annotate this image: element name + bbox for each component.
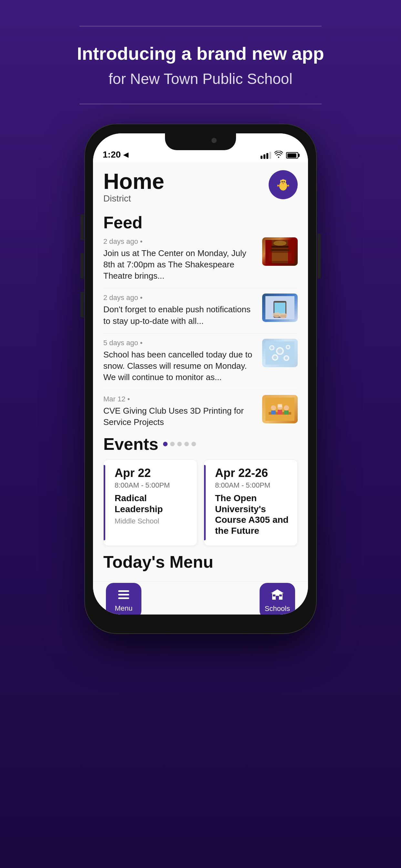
app-title: Home [103,170,164,192]
svg-rect-12 [271,246,289,248]
app-header: Home District [103,162,298,210]
phone-mockup: 1:20 ◀ [84,124,317,634]
menu-nav-button[interactable]: Menu [106,583,142,615]
schools-nav-button[interactable]: Schools [259,583,295,615]
event-name-1: Radical Leadership [115,493,190,515]
location-icon: ◀ [123,151,128,159]
svg-rect-9 [266,240,272,263]
nav-item-menu: Menu [106,583,142,615]
feed-section: Feed 2 days ago • Join us at The Center … [103,213,298,428]
bottom-divider [80,104,321,104]
school-logo[interactable] [269,170,298,199]
events-cards: Apr 22 8:00AM - 5:00PM Radical Leadershi… [103,460,298,546]
menu-nav-icon [118,589,129,602]
event-name-2: The Open University's Course A305 and th… [215,493,291,536]
hamburger-icon [118,590,129,599]
feed-text-4: Mar 12 • CVE Giving Club Uses 3D Printin… [103,395,257,428]
dot-3 [177,442,182,446]
feed-meta-2: 2 days ago • [103,293,257,302]
feed-divider-2 [103,333,298,334]
svg-point-32 [271,405,276,410]
menu-section: Today's Menu [103,552,298,581]
signal-bar-4 [269,152,271,159]
feed-divider-1 [103,288,298,288]
dot-1 [163,442,167,446]
camera-dot [212,138,217,143]
svg-point-27 [287,346,289,348]
signal-bars [260,152,271,159]
theater-img [266,240,295,263]
snow-img [266,341,295,365]
dot-2 [170,442,175,446]
feed-item-3[interactable]: 5 days ago • School has been cancelled t… [103,339,298,383]
schools-nav-icon [271,589,284,602]
school-building-icon [271,589,284,600]
svg-rect-8 [269,253,291,261]
mascot-icon [274,175,293,194]
feed-body-2: Don't forget to enable push notification… [103,304,257,327]
feed-title: Feed [103,213,298,232]
time-display: 1:20 [103,150,121,160]
app-subtitle: District [103,193,164,204]
svg-point-18 [279,313,287,318]
events-dots [163,442,196,446]
app-content: Home District [93,162,308,581]
svg-point-6 [283,181,285,182]
svg-rect-46 [279,594,282,596]
feed-image-snow [262,339,298,367]
promo-subtitle: for New Town Public School [109,70,292,88]
feed-image-hands [262,293,298,322]
event-card-2[interactable]: Apr 22-26 8:00AM - 5:00PM The Open Unive… [204,460,298,546]
svg-point-28 [273,355,277,360]
signal-bar-3 [266,153,268,159]
event-time-2: 8:00AM - 5:00PM [215,481,291,490]
notch [165,133,236,150]
svg-point-26 [277,348,282,353]
event-card-1[interactable]: Apr 22 8:00AM - 5:00PM Radical Leadershi… [103,460,197,546]
svg-rect-41 [118,597,129,599]
svg-rect-37 [284,410,289,414]
svg-rect-11 [270,249,289,251]
signal-bar-1 [260,156,263,159]
feed-image-3dprint [262,395,298,423]
feed-item-4[interactable]: Mar 12 • CVE Giving Club Uses 3D Printin… [103,395,298,428]
event-time-1: 8:00AM - 5:00PM [115,481,190,490]
status-time: 1:20 ◀ [103,150,128,160]
event-content-1: Apr 22 8:00AM - 5:00PM Radical Leadershi… [110,466,190,525]
svg-point-5 [281,181,283,182]
dot-5 [191,442,196,446]
feed-meta-3: 5 days ago • [103,339,257,347]
signal-bar-2 [264,154,266,159]
svg-rect-40 [118,594,129,595]
feed-item-1[interactable]: 2 days ago • Join us at The Center on Mo… [103,237,298,282]
battery-fill [287,153,297,158]
feed-text-1: 2 days ago • Join us at The Center on Mo… [103,237,257,282]
event-accent-2 [204,465,206,540]
status-bar: 1:20 ◀ [93,133,308,162]
feed-meta-1: 2 days ago • [103,237,257,246]
events-header: Events [103,434,298,454]
promo-section: Introducing a brand new app for New Town… [0,0,401,124]
event-location-1: Middle School [115,517,190,525]
menu-title: Today's Menu [103,552,298,571]
event-accent-1 [104,465,105,540]
svg-rect-35 [271,410,276,414]
feed-body-4: CVE Giving Club Uses 3D Printing for Ser… [103,405,257,428]
hands-img [266,296,295,319]
3dprint-img [266,398,295,421]
svg-rect-44 [276,596,279,600]
phone-screen: 1:20 ◀ [93,133,308,615]
feed-text-3: 5 days ago • School has been cancelled t… [103,339,257,383]
svg-point-29 [285,356,288,360]
wifi-icon [274,151,283,160]
svg-rect-10 [288,240,295,263]
feed-text-2: 2 days ago • Don't forget to enable push… [103,293,257,327]
menu-nav-label: Menu [115,604,132,613]
event-date-2: Apr 22-26 [215,466,291,480]
feed-item-2[interactable]: 2 days ago • Don't forget to enable push… [103,293,298,327]
bottom-nav: Menu [93,581,308,615]
svg-rect-36 [278,410,282,414]
svg-point-25 [270,346,274,349]
schools-nav-label: Schools [265,604,290,613]
events-title: Events [103,434,158,454]
